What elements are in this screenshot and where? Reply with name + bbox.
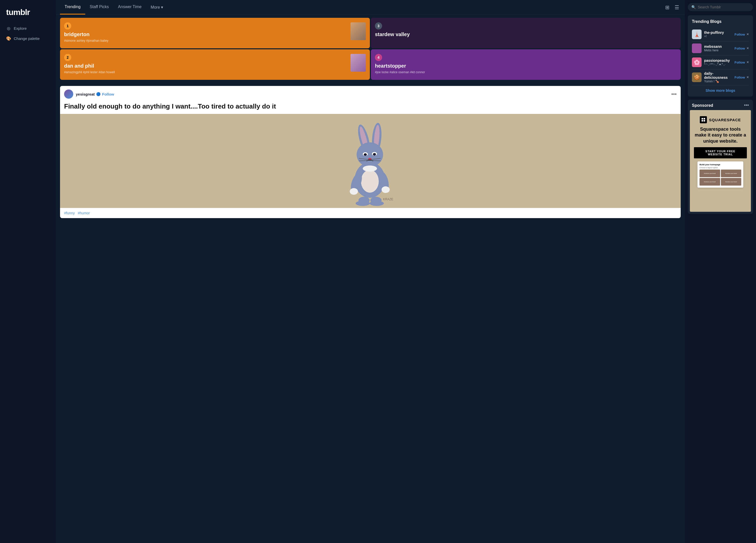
blog-avatar-daily: 🍪 bbox=[692, 72, 702, 82]
svg-rect-28 bbox=[704, 118, 705, 120]
sq-mockup: Build your homepage Choose a layout opti… bbox=[697, 162, 743, 188]
svg-point-8 bbox=[364, 153, 367, 156]
svg-point-20 bbox=[382, 186, 390, 193]
explore-icon: ◎ bbox=[6, 26, 11, 31]
trending-rank-4: 4 bbox=[375, 54, 382, 61]
main-layout: tumblr ◎ Explore 🎨 Change palette Trendi… bbox=[0, 0, 756, 543]
post-follow-button[interactable]: Follow bbox=[102, 92, 114, 96]
sponsored-header: Sponsored ••• bbox=[688, 100, 753, 110]
svg-rect-29 bbox=[702, 120, 703, 122]
trending-card-3-content: 3 stardew valley bbox=[375, 22, 677, 38]
trending-tags-4: #joe locke #alice oseman #kit connor bbox=[375, 70, 425, 74]
trending-card-2-content: 2 dan and phil #amazingphil #phil lester… bbox=[64, 54, 348, 74]
sidebar: tumblr ◎ Explore 🎨 Change palette bbox=[0, 0, 56, 543]
app-wrapper: tumblr ◎ Explore 🎨 Change palette Trendi… bbox=[0, 0, 756, 543]
trending-thumb-1 bbox=[351, 22, 366, 40]
sidebar-item-explore-label: Explore bbox=[14, 26, 27, 31]
sq-cta-button[interactable]: START YOUR FREE WEBSITE TRIAL bbox=[694, 147, 747, 158]
blog-follow-button-daily[interactable]: Follow bbox=[734, 76, 745, 79]
sq-headline: Squarespace tools make it easy to create… bbox=[694, 126, 747, 144]
sidebar-item-change-palette[interactable]: 🎨 Change palette bbox=[0, 33, 56, 43]
sq-svg-icon bbox=[701, 118, 705, 122]
search-input[interactable] bbox=[698, 5, 749, 9]
post-tags: #funny #humor bbox=[60, 208, 681, 218]
post-card: yesisgreat 🔵 Follow ••• Finally old enou… bbox=[60, 86, 681, 218]
svg-point-19 bbox=[350, 188, 358, 195]
blog-name-mebssann: mebssann bbox=[704, 45, 732, 49]
trending-rank-1: 1 bbox=[64, 22, 71, 30]
grid-view-button[interactable]: ⊞ bbox=[664, 3, 671, 11]
blog-avatar-mebssann bbox=[692, 43, 702, 53]
blog-actions-daily: Follow × bbox=[734, 75, 749, 79]
squarespace-logo: SQUARESPACE bbox=[700, 116, 741, 123]
blog-dismiss-button-mebssann[interactable]: × bbox=[747, 46, 749, 50]
blog-desc-passionpeachy: ᵒ·ᶜ·,↑ᵒᵒ↑·.,*:●:*.,· bbox=[704, 63, 732, 66]
svg-point-23 bbox=[356, 201, 370, 206]
blog-item-puffinry: 🗼 the-puffinry +! Follow × bbox=[692, 27, 749, 41]
blog-item-passionpeachy: 🌸 passionpeachy ᵒ·ᶜ·,↑ᵒᵒ↑·.,*:●:*.,· Fol… bbox=[692, 55, 749, 69]
post-image-svg: KRAZE bbox=[314, 114, 426, 208]
show-more-blogs-link[interactable]: Show more blogs bbox=[706, 89, 735, 93]
blog-info-passionpeachy: passionpeachy ᵒ·ᶜ·,↑ᵒᵒ↑·.,*:●:*.,· bbox=[704, 59, 732, 66]
sq-mockup-cell-2: Introduce your brand bbox=[721, 170, 742, 177]
sq-mockup-cell-1: Introduce your brand bbox=[700, 170, 720, 177]
main-content: Trending Staff Picks Answer Time More ▾ … bbox=[56, 0, 685, 543]
post-more-button[interactable]: ••• bbox=[671, 91, 677, 97]
chevron-down-icon: ▾ bbox=[161, 5, 163, 10]
blog-follow-button-mebssann[interactable]: Follow bbox=[734, 47, 745, 50]
blog-name-puffinry: the-puffinry bbox=[704, 31, 732, 35]
trending-title-1: bridgerton bbox=[64, 32, 348, 37]
sponsored-more-button[interactable]: ••• bbox=[744, 103, 749, 108]
blog-desc-mebssann: Mebs here bbox=[704, 49, 732, 52]
svg-rect-27 bbox=[702, 118, 703, 120]
trending-card-1[interactable]: 1 bridgerton #simone ashley #jonathan ba… bbox=[60, 18, 370, 48]
svg-point-16 bbox=[361, 170, 379, 193]
blog-dismiss-button-puffinry[interactable]: × bbox=[747, 32, 749, 36]
post-tag-humor[interactable]: #humor bbox=[78, 211, 90, 215]
list-view-button[interactable]: ☰ bbox=[673, 3, 681, 11]
tab-staff-picks[interactable]: Staff Picks bbox=[85, 0, 113, 14]
post-verified-icon: 🔵 bbox=[96, 92, 100, 96]
blog-dismiss-button-passionpeachy[interactable]: × bbox=[747, 60, 749, 64]
sq-mockup-cell-3: Introduce your brand bbox=[700, 178, 720, 186]
trending-thumb-2 bbox=[351, 54, 366, 72]
search-icon: 🔍 bbox=[691, 5, 696, 9]
svg-point-9 bbox=[373, 153, 376, 156]
blog-desc-daily: Yumm ! 🍗 bbox=[704, 80, 732, 83]
tab-trending[interactable]: Trending bbox=[60, 0, 85, 14]
sq-mockup-title: Build your homepage bbox=[700, 164, 741, 166]
palette-icon: 🎨 bbox=[6, 36, 11, 41]
blog-avatar-mebssann-inner bbox=[692, 43, 702, 53]
post-tag-funny[interactable]: #funny bbox=[64, 211, 75, 215]
sq-mockup-cell-4: Introduce your brand bbox=[721, 178, 742, 186]
trending-card-4[interactable]: 4 heartstopper #joe locke #alice oseman … bbox=[371, 49, 681, 80]
trending-title-3: stardew valley bbox=[375, 32, 677, 37]
sidebar-logo: tumblr bbox=[0, 5, 36, 23]
tab-more[interactable]: More ▾ bbox=[146, 0, 167, 14]
blog-actions-mebssann: Follow × bbox=[734, 46, 749, 50]
blog-follow-button-passionpeachy[interactable]: Follow bbox=[734, 61, 745, 64]
trending-card-3[interactable]: 3 stardew valley bbox=[371, 18, 681, 48]
tab-answer-time[interactable]: Answer Time bbox=[113, 0, 146, 14]
blog-name-passionpeachy: passionpeachy bbox=[704, 59, 732, 63]
blog-follow-button-puffinry[interactable]: Follow bbox=[734, 33, 745, 36]
search-bar: 🔍 bbox=[688, 3, 753, 11]
post-avatar-image bbox=[64, 90, 73, 99]
svg-point-24 bbox=[370, 201, 384, 206]
blog-avatar-puffinry-inner: 🗼 bbox=[692, 30, 702, 39]
blog-dismiss-button-daily[interactable]: × bbox=[747, 75, 749, 79]
trending-tags-2: #amazingphil #phil lester #dan howell bbox=[64, 70, 115, 74]
squarespace-brand-name: SQUARESPACE bbox=[709, 118, 741, 122]
trending-rank-2: 2 bbox=[64, 54, 71, 61]
sidebar-item-explore[interactable]: ◎ Explore bbox=[0, 23, 56, 33]
blog-desc-puffinry: +! bbox=[704, 35, 732, 38]
blog-avatar-puffinry: 🗼 bbox=[692, 30, 702, 39]
blog-avatar-passionpeachy-inner: 🌸 bbox=[692, 57, 702, 67]
blog-name-daily: daily-deliciousness bbox=[704, 71, 732, 80]
right-sidebar: 🔍 Trending Blogs 🗼 the-puffinry +! Fo bbox=[685, 0, 756, 543]
trending-card-1-content: 1 bridgerton #simone ashley #jonathan ba… bbox=[64, 22, 348, 42]
post-username: yesisgreat bbox=[76, 92, 95, 96]
sponsored-box: Sponsored ••• SQUARESPACE bbox=[688, 100, 753, 214]
post-header: yesisgreat 🔵 Follow ••• bbox=[60, 86, 681, 102]
trending-card-2[interactable]: 2 dan and phil #amazingphil #phil lester… bbox=[60, 49, 370, 80]
